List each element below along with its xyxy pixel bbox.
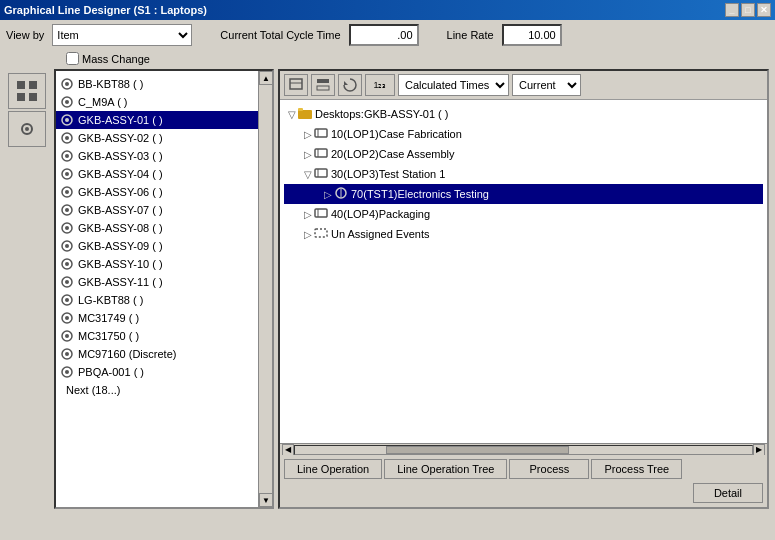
gear-icon — [60, 149, 74, 163]
collapse-icon — [288, 77, 304, 93]
current-select[interactable]: Current Previous — [512, 74, 581, 96]
node-label: Un Assigned Events — [331, 228, 429, 240]
item-label: MC97160 (Discrete) — [78, 348, 176, 360]
gear-icon — [60, 257, 74, 271]
minimize-button[interactable]: _ — [725, 3, 739, 17]
svg-point-35 — [65, 334, 69, 338]
item-label: GKB-ASSY-08 ( ) — [78, 222, 163, 234]
rate-input[interactable] — [502, 24, 562, 46]
rtree-item[interactable]: ▽ Desktops:GKB-ASSY-01 ( ) — [284, 104, 763, 124]
scroll-left-button[interactable]: ◀ — [282, 444, 294, 456]
list-item[interactable]: GKB-ASSY-09 ( ) — [56, 237, 258, 255]
rtree-item[interactable]: ▷ 40(LOP4)Packaging — [284, 204, 763, 224]
refresh-icon — [342, 77, 358, 93]
tab-process-tree[interactable]: Process Tree — [591, 459, 682, 479]
svg-point-19 — [65, 190, 69, 194]
item-label: GKB-ASSY-01 ( ) — [78, 114, 163, 126]
tst-icon — [334, 187, 348, 201]
svg-point-15 — [65, 154, 69, 158]
left-tree-panel: BB-KBT88 ( ) C_M9A ( ) GKB-ASSY-01 ( ) — [54, 69, 274, 509]
view-by-select[interactable]: Item Process Resource — [52, 24, 192, 46]
refresh-button[interactable] — [338, 74, 362, 96]
list-item[interactable]: GKB-ASSY-11 ( ) — [56, 273, 258, 291]
lop-icon — [314, 147, 328, 161]
svg-point-7 — [65, 82, 69, 86]
rtree-item[interactable]: ▽ 30(LOP3)Test Station 1 — [284, 164, 763, 184]
detail-button[interactable]: Detail — [693, 483, 763, 503]
lop-icon — [314, 167, 328, 181]
expand-chevron: ▷ — [304, 229, 312, 240]
list-item[interactable]: GKB-ASSY-02 ( ) — [56, 129, 258, 147]
cycle-time-input[interactable] — [349, 24, 419, 46]
svg-rect-47 — [298, 108, 303, 111]
svg-point-27 — [65, 262, 69, 266]
svg-marker-44 — [344, 81, 348, 85]
item-label: GKB-ASSY-07 ( ) — [78, 204, 163, 216]
scroll-up-button[interactable]: ▲ — [259, 71, 273, 85]
item-label: LG-KBT88 ( ) — [78, 294, 143, 306]
svg-point-29 — [65, 280, 69, 284]
app-title: Graphical Line Designer (S1 : Laptops) — [4, 4, 207, 16]
svg-rect-48 — [315, 129, 327, 137]
calculated-times-select[interactable]: Calculated Times Manual Times — [398, 74, 509, 96]
list-item[interactable]: MC31750 ( ) — [56, 327, 258, 345]
item-label: MC31750 ( ) — [78, 330, 139, 342]
list-item[interactable]: GKB-ASSY-03 ( ) — [56, 147, 258, 165]
list-item[interactable]: LG-KBT88 ( ) — [56, 291, 258, 309]
list-item[interactable]: C_M9A ( ) — [56, 93, 258, 111]
tab-process[interactable]: Process — [509, 459, 589, 479]
item-label: GKB-ASSY-03 ( ) — [78, 150, 163, 162]
scroll-down-button[interactable]: ▼ — [259, 493, 273, 507]
mass-change-checkbox[interactable] — [66, 52, 79, 65]
mass-change-check[interactable]: Mass Change — [66, 52, 150, 65]
gear-icon — [60, 275, 74, 289]
list-item[interactable]: GKB-ASSY-08 ( ) — [56, 219, 258, 237]
item-label: PBQA-001 ( ) — [78, 366, 144, 378]
close-button[interactable]: ✕ — [757, 3, 771, 17]
node-label: Desktops:GKB-ASSY-01 ( ) — [315, 108, 448, 120]
gear-icon — [60, 167, 74, 181]
scroll-right-button[interactable]: ▶ — [753, 444, 765, 456]
list-item[interactable]: BB-KBT88 ( ) — [56, 75, 258, 93]
svg-rect-50 — [315, 149, 327, 157]
maximize-button[interactable]: □ — [741, 3, 755, 17]
tab-line-operation-tree[interactable]: Line Operation Tree — [384, 459, 507, 479]
rtree-item[interactable]: ▷ 70(TST1)Electronics Testing — [284, 184, 763, 204]
gear-icon — [60, 293, 74, 307]
rtree-item[interactable]: ▷ 20(LOP2)Case Assembly — [284, 144, 763, 164]
tool-button-2[interactable] — [8, 111, 46, 147]
list-item[interactable]: GKB-ASSY-01 ( ) — [56, 111, 258, 129]
folder-icon — [298, 107, 312, 121]
list-item[interactable]: PBQA-001 ( ) — [56, 363, 258, 381]
rtree-item[interactable]: ▷ 10(LOP1)Case Fabrication — [284, 124, 763, 144]
list-item[interactable]: GKB-ASSY-07 ( ) — [56, 201, 258, 219]
rtree-item[interactable]: ▷ Un Assigned Events — [284, 224, 763, 244]
list-item-next[interactable]: Next (18...) — [56, 381, 258, 399]
left-tree-scrollbar[interactable]: ▲ ▼ — [258, 71, 272, 507]
item-label: BB-KBT88 ( ) — [78, 78, 143, 90]
horizontal-scrollbar[interactable]: ◀ ▶ — [280, 443, 767, 455]
list-item[interactable]: GKB-ASSY-06 ( ) — [56, 183, 258, 201]
tab-line-operation[interactable]: Line Operation — [284, 459, 382, 479]
item-label: GKB-ASSY-02 ( ) — [78, 132, 163, 144]
item-label: MC31749 ( ) — [78, 312, 139, 324]
title-bar: Graphical Line Designer (S1 : Laptops) _… — [0, 0, 775, 20]
list-item[interactable]: MC97160 (Discrete) — [56, 345, 258, 363]
list-item[interactable]: GKB-ASSY-04 ( ) — [56, 165, 258, 183]
list-item[interactable]: MC31749 ( ) — [56, 309, 258, 327]
unassigned-icon — [314, 227, 328, 241]
list-item[interactable]: GKB-ASSY-10 ( ) — [56, 255, 258, 273]
item-label: GKB-ASSY-10 ( ) — [78, 258, 163, 270]
expand-button[interactable] — [311, 74, 335, 96]
item-label: GKB-ASSY-09 ( ) — [78, 240, 163, 252]
node-label: 20(LOP2)Case Assembly — [331, 148, 455, 160]
tool-button-1[interactable] — [8, 73, 46, 109]
gear-icon — [60, 329, 74, 343]
svg-rect-40 — [290, 79, 302, 89]
collapse-button[interactable] — [284, 74, 308, 96]
svg-rect-3 — [29, 93, 37, 101]
expand-chevron: ▷ — [304, 209, 312, 220]
lop-icon — [314, 207, 328, 221]
gear-icon — [60, 311, 74, 325]
expand-chevron: ▷ — [304, 129, 312, 140]
